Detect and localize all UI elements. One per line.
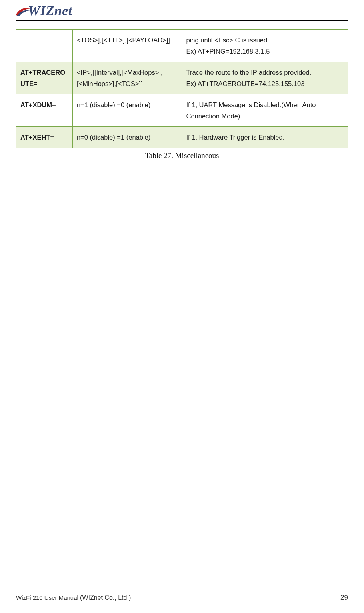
- cell-parameter: <IP>,[[Interval],[<MaxHops>],[<MinHops>]…: [72, 62, 182, 94]
- cell-description: If 1, Hardware Trigger is Enabled.: [182, 127, 348, 148]
- cell-description: Trace the route to the IP address provid…: [182, 62, 348, 94]
- table-row: AT+TRACEROUTE= <IP>,[[Interval],[<MaxHop…: [16, 62, 348, 94]
- footer-left: WizFi 210 User Manual (WIZnet Co., Ltd.): [16, 594, 131, 601]
- cell-command: AT+XDUM=: [16, 94, 73, 127]
- main-content: <TOS>],[<TTL>],[<PAYLOAD>]] ping until <…: [16, 29, 348, 594]
- logo: WIZnet: [16, 3, 348, 18]
- page-footer: WizFi 210 User Manual (WIZnet Co., Ltd.)…: [16, 594, 348, 613]
- page-header: WIZnet: [16, 0, 348, 29]
- cell-command: AT+TRACEROUTE=: [16, 62, 73, 94]
- table-row: AT+XDUM= n=1 (disable) =0 (enable) If 1,…: [16, 94, 348, 127]
- footer-manual-name: WizFi 210 User Manual: [16, 594, 80, 601]
- table-row: AT+XEHT= n=0 (disable) =1 (enable) If 1,…: [16, 127, 348, 148]
- cell-command: [16, 30, 73, 62]
- footer-company: (WIZnet Co., Ltd.): [80, 594, 131, 601]
- cell-parameter: <TOS>],[<TTL>],[<PAYLOAD>]]: [72, 30, 182, 62]
- table-caption: Table 27. Miscellaneous: [16, 151, 348, 160]
- cell-command: AT+XEHT=: [16, 127, 73, 148]
- cell-description: If 1, UART Message is Disabled.(When Aut…: [182, 94, 348, 127]
- page-number: 29: [340, 594, 348, 602]
- logo-swoosh-icon: [14, 6, 33, 18]
- table-row: <TOS>],[<TTL>],[<PAYLOAD>]] ping until <…: [16, 30, 348, 62]
- cell-description: ping until <Esc> C is issued.Ex) AT+PING…: [182, 30, 348, 62]
- cell-parameter: n=0 (disable) =1 (enable): [72, 127, 182, 148]
- command-table: <TOS>],[<TTL>],[<PAYLOAD>]] ping until <…: [16, 29, 348, 148]
- header-divider: [16, 20, 348, 21]
- cell-parameter: n=1 (disable) =0 (enable): [72, 94, 182, 127]
- logo-text: WIZnet: [28, 3, 72, 18]
